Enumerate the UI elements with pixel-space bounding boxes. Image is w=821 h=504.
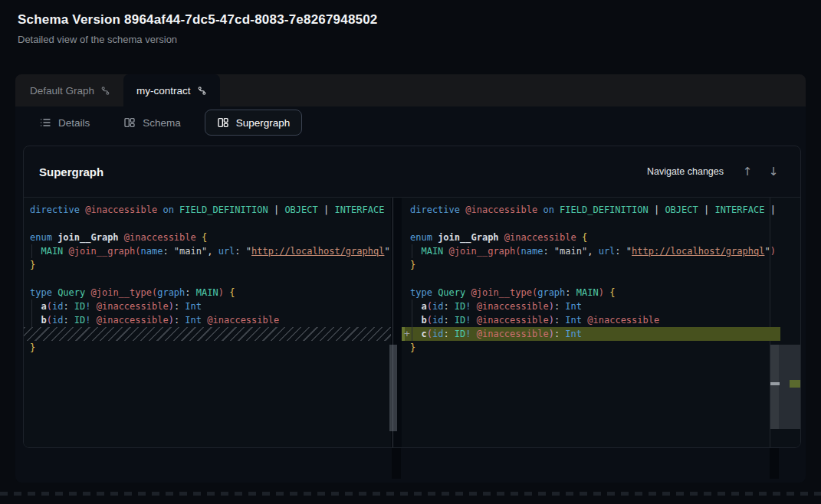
code-line: }: [24, 258, 391, 272]
page-subtitle: Detailed view of the schema version: [18, 34, 177, 45]
diff-left-pane[interactable]: directive @inaccessible on FIELD_DEFINIT…: [24, 203, 391, 447]
tab-label: Default Graph: [30, 85, 94, 97]
added-line-plus-icon: +: [399, 327, 415, 341]
indent-guide: [31, 299, 32, 327]
editor-sash-overflow: [392, 448, 401, 479]
code-line: [24, 327, 391, 341]
fork-icon: [197, 86, 207, 96]
code-line: directive @inaccessible on FIELD_DEFINIT…: [402, 203, 780, 217]
panels-icon: [217, 116, 229, 129]
code-line: MAIN @join__graph(name: "main", url: "ht…: [402, 244, 780, 258]
clipped-hatch-row: [0, 492, 821, 496]
subtab-schema[interactable]: Schema: [113, 110, 191, 136]
code-line: [402, 272, 780, 286]
subtab-label: Details: [58, 117, 90, 129]
code-line: [402, 217, 780, 231]
indent-guide: [412, 244, 412, 258]
code-line: a(id: ID! @inaccessible): Int: [402, 299, 780, 313]
code-line: [24, 217, 391, 231]
list-icon: [39, 116, 51, 129]
schema-version-card: Default Graph my-contract: [15, 74, 806, 483]
code-line: c(id: ID! @inaccessible): Int: [402, 327, 780, 341]
page-title: Schema Version 8964af44-7dc5-47cd-8083-7…: [18, 12, 378, 28]
variant-tabstrip: Default Graph my-contract: [15, 74, 806, 106]
panels-icon: [123, 116, 136, 129]
diff-right-pane[interactable]: directive @inaccessible on FIELD_DEFINIT…: [402, 203, 780, 447]
code-line: [24, 272, 391, 286]
code-line: type Query @join__type(graph: MAIN) {: [402, 286, 780, 299]
code-line: }: [402, 258, 780, 272]
tab-default-graph[interactable]: Default Graph: [17, 74, 123, 106]
code-line: a(id: ID! @inaccessible): Int: [24, 299, 391, 313]
subtab-label: Supergraph: [236, 117, 291, 129]
code-line: enum join__Graph @inaccessible {: [24, 231, 391, 244]
left-pane-scrollbar-thumb[interactable]: [389, 345, 397, 431]
code-line: }: [402, 341, 780, 355]
next-change-button[interactable]: ↓: [760, 160, 787, 183]
arrow-up-icon: ↑: [743, 165, 753, 178]
code-line: }: [24, 341, 391, 355]
code-line: b(id: ID! @inaccessible): Int @inaccessi…: [24, 313, 391, 327]
overview-ruler-added-marker: [790, 380, 801, 388]
subtab-supergraph[interactable]: Supergraph: [205, 110, 303, 136]
code-line: enum join__Graph @inaccessible {: [402, 231, 780, 244]
fork-icon: [100, 86, 110, 96]
previous-change-button[interactable]: ↑: [734, 160, 760, 183]
navigate-changes-group: Navigate changes ↑ ↓: [647, 160, 787, 183]
tab-my-contract[interactable]: my-contract: [123, 74, 220, 106]
code-line: directive @inaccessible on FIELD_DEFINIT…: [24, 203, 391, 217]
schema-diff-editor: directive @inaccessible on FIELD_DEFINIT…: [24, 198, 800, 447]
arrow-down-icon: ↓: [769, 165, 779, 178]
indent-guide: [31, 244, 32, 258]
panel-title: Supergraph: [39, 165, 103, 178]
view-subtabs: Details Schema Supergraph: [15, 106, 806, 139]
editor-margin-overflow: [770, 448, 779, 479]
code-line: type Query @join__type(graph: MAIN) {: [24, 286, 391, 299]
subtab-label: Schema: [143, 117, 181, 129]
tab-label: my-contract: [136, 85, 191, 97]
overview-ruler-cursor-marker: [770, 382, 780, 385]
supergraph-panel-header: Supergraph Navigate changes ↑ ↓: [24, 146, 800, 198]
supergraph-panel: Supergraph Navigate changes ↑ ↓ directiv…: [23, 146, 801, 448]
code-line: MAIN @join__graph(name: "main", url: "ht…: [24, 244, 391, 258]
subtab-details[interactable]: Details: [29, 110, 100, 136]
navigate-changes-label: Navigate changes: [647, 166, 724, 177]
code-line: b(id: ID! @inaccessible): Int @inaccessi…: [402, 313, 780, 327]
